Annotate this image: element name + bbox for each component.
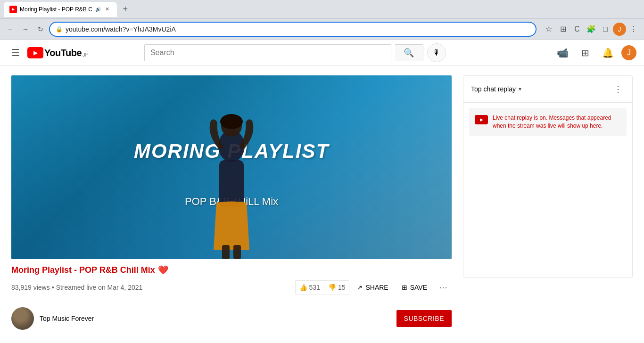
tab-title: Moring Playlist - POP R&B C xyxy=(20,6,92,13)
save-button[interactable]: ⊞ SAVE xyxy=(396,281,433,294)
youtube-logo[interactable]: YouTube JP xyxy=(27,47,89,58)
video-title: Moring Playlist - POP R&B Chill Mix ❤️ xyxy=(11,265,452,275)
puzzle-icon[interactable]: 🧩 xyxy=(585,23,598,36)
save-label: SAVE xyxy=(410,284,427,291)
tab-close-button[interactable]: ✕ xyxy=(104,6,111,13)
user-avatar[interactable]: J xyxy=(621,45,636,60)
share-icon: ↗ xyxy=(357,284,363,291)
like-count: 531 xyxy=(309,284,320,291)
video-actions: 👍 531 👎 15 ↗ SHARE ⊞ SAVE xyxy=(295,279,452,296)
channel-avatar[interactable] xyxy=(11,307,34,330)
back-button[interactable]: ← xyxy=(4,23,17,36)
search-input[interactable] xyxy=(145,49,391,57)
address-bar-row: ← → ↻ 🔒 youtube.com/watch?v=YhJA3MvU2iA … xyxy=(0,19,644,40)
view-count: 83,919 views xyxy=(11,284,50,291)
google-apps-icon[interactable]: ⊞ xyxy=(556,23,570,36)
forward-button[interactable]: → xyxy=(19,23,32,36)
share-button[interactable]: ↗ SHARE xyxy=(351,281,394,294)
browser-chrome: Moring Playlist - POP R&B C 🔊 ✕ + xyxy=(0,0,644,19)
header-actions: 📹 ⊞ 🔔 J xyxy=(553,43,636,62)
thumbs-up-icon: 👍 xyxy=(299,284,307,291)
youtube-header: ☰ YouTube JP 🔍 🎙 📹 ⊞ 🔔 J xyxy=(0,40,644,66)
search-button[interactable]: 🔍 xyxy=(395,44,423,61)
chat-title-group: Top chat replay ▾ xyxy=(471,85,521,93)
main-content: MORING PLAYLIST POP B&B cHiLL Mix xyxy=(0,66,644,339)
video-meta: 83,919 views • Streamed live on Mar 4, 2… xyxy=(11,279,452,296)
video-info: Moring Playlist - POP R&B Chill Mix ❤️ 8… xyxy=(11,259,452,302)
meta-dot: • xyxy=(52,284,54,291)
more-options-button[interactable]: ⋯ xyxy=(435,279,452,296)
new-tab-button[interactable]: + xyxy=(119,3,132,16)
video-stats: 83,919 views • Streamed live on Mar 4, 2… xyxy=(11,284,142,291)
reload-button[interactable]: ↻ xyxy=(34,23,47,36)
chat-replay-notice: Live chat replay is on. Messages that ap… xyxy=(469,108,627,136)
tab-favicon xyxy=(9,6,17,13)
person-silhouette xyxy=(184,108,279,259)
browser-profile-avatar[interactable]: J xyxy=(613,23,626,36)
stream-date: Streamed live on Mar 4, 2021 xyxy=(56,284,143,291)
notifications-icon[interactable]: 🔔 xyxy=(599,43,618,62)
heart-icon: ❤️ xyxy=(158,265,168,275)
youtube-logo-icon xyxy=(27,47,43,58)
url-scheme: youtube.com/watch?v=YhJA3MvU2iA xyxy=(66,25,176,33)
chat-more-options-icon[interactable]: ⋮ xyxy=(611,82,625,97)
tab-audio-icon: 🔊 xyxy=(95,7,101,12)
chat-section: Top chat replay ▾ ⋮ Live chat replay is … xyxy=(463,75,633,330)
address-bar[interactable]: 🔒 youtube.com/watch?v=YhJA3MvU2iA xyxy=(49,22,537,37)
video-section: MORING PLAYLIST POP B&B cHiLL Mix xyxy=(11,75,452,330)
create-video-icon[interactable]: 📹 xyxy=(553,43,572,62)
search-bar xyxy=(144,44,391,61)
toolbar-icons: ☆ ⊞ C 🧩 □ J ⋮ xyxy=(542,23,640,36)
share-label: SHARE xyxy=(365,284,388,291)
svg-point-2 xyxy=(220,114,243,129)
chat-box: Top chat replay ▾ ⋮ Live chat replay is … xyxy=(463,75,633,278)
svg-rect-3 xyxy=(219,160,244,207)
hamburger-menu-icon[interactable]: ☰ xyxy=(8,43,24,62)
mic-button[interactable]: 🎙 xyxy=(427,43,446,62)
youtube-region-label: JP xyxy=(83,52,89,57)
channel-avatar-image xyxy=(11,307,34,330)
dislike-button[interactable]: 👎 15 xyxy=(324,281,349,294)
thumbs-down-icon: 👎 xyxy=(328,284,336,291)
chat-header: Top chat replay ▾ ⋮ xyxy=(463,76,632,103)
chat-body: Live chat replay is on. Messages that ap… xyxy=(463,103,632,278)
dislike-count: 15 xyxy=(338,284,346,291)
channel-row: Top Music Forever SUBSCRIBE xyxy=(11,302,452,330)
chrome-extension-icon[interactable]: C xyxy=(570,23,584,36)
lock-icon: 🔒 xyxy=(56,26,63,33)
chat-replay-text: Live chat replay is on. Messages that ap… xyxy=(493,114,621,130)
menu-icon[interactable]: ⋮ xyxy=(627,23,640,36)
tab-bar: Moring Playlist - POP R&B C 🔊 ✕ + xyxy=(4,2,132,17)
youtube-logo-text: YouTube xyxy=(44,48,82,57)
channel-name[interactable]: Top Music Forever xyxy=(40,315,94,322)
search-container: 🔍 🎙 xyxy=(144,43,446,62)
like-button[interactable]: 👍 531 xyxy=(296,281,324,294)
url-text: youtube.com/watch?v=YhJA3MvU2iA xyxy=(66,25,530,33)
chat-dropdown-icon[interactable]: ▾ xyxy=(519,86,521,92)
apps-grid-icon[interactable]: ⊞ xyxy=(576,43,595,62)
chat-title: Top chat replay xyxy=(471,85,516,93)
video-thumbnail[interactable]: MORING PLAYLIST POP B&B cHiLL Mix xyxy=(11,75,452,259)
save-icon: ⊞ xyxy=(402,284,407,291)
video-title-text: Moring Playlist - POP R&B Chill Mix xyxy=(11,265,155,275)
svg-rect-5 xyxy=(233,245,241,259)
subscribe-button[interactable]: SUBSCRIBE xyxy=(396,310,452,327)
svg-rect-4 xyxy=(222,245,230,259)
youtube-replay-icon xyxy=(475,115,488,124)
active-tab[interactable]: Moring Playlist - POP R&B C 🔊 ✕ xyxy=(4,2,117,17)
cast-icon[interactable]: □ xyxy=(599,23,612,36)
like-dislike-group: 👍 531 👎 15 xyxy=(295,280,350,294)
bookmark-icon[interactable]: ☆ xyxy=(542,23,555,36)
